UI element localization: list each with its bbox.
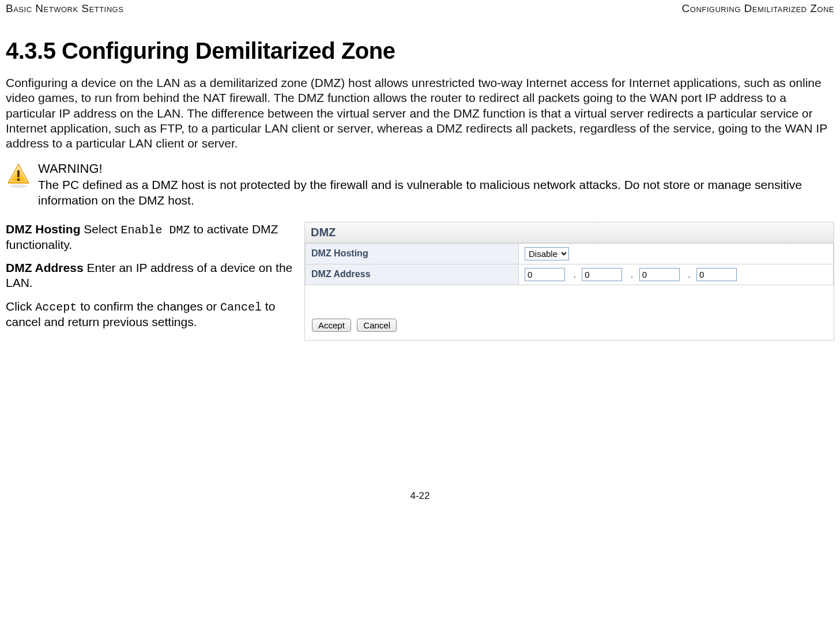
dmz-octet-1[interactable] — [525, 268, 565, 281]
dmz-hosting-select[interactable]: Disable — [525, 247, 569, 260]
svg-rect-1 — [17, 170, 20, 177]
section-heading: 4.3.5 Configuring Demilitarized Zone — [6, 38, 834, 64]
ip-dot: . — [625, 270, 636, 279]
svg-point-0 — [9, 184, 28, 188]
row-dmz-hosting: DMZ Hosting Disable — [306, 243, 834, 264]
header-right: Configuring Demilitarized Zone — [682, 2, 834, 15]
code-enable-dmz: Enable DMZ — [121, 224, 190, 237]
section-title-text: Configuring Demilitarized Zone — [62, 38, 395, 63]
warning-icon — [6, 161, 31, 190]
running-header: Basic Network Settings Configuring Demil… — [6, 0, 834, 21]
cell-dmz-address: . . . — [519, 264, 834, 285]
code-cancel: Cancel — [220, 301, 262, 314]
svg-point-2 — [17, 179, 20, 181]
cancel-button[interactable]: Cancel — [357, 319, 397, 332]
panel-title: DMZ — [305, 222, 834, 243]
accept-button[interactable]: Accept — [312, 319, 351, 332]
dmz-octet-2[interactable] — [582, 268, 622, 281]
warning-text: WARNING! The PC defined as a DMZ host is… — [38, 161, 834, 208]
desc-dmz-hosting-label: DMZ Hosting — [6, 222, 80, 236]
intro-paragraph: Configuring a device on the LAN as a dem… — [6, 75, 834, 151]
desc-dmz-address: DMZ Address Enter an IP address of a dev… — [6, 260, 294, 291]
dmz-panel: DMZ DMZ Hosting Disable DMZ Address . . — [304, 222, 834, 341]
warning-body: The PC defined as a DMZ host is not prot… — [38, 177, 834, 208]
desc-accept-mid: to confirm the changes or — [77, 300, 220, 313]
field-descriptions: DMZ Hosting Select Enable DMZ to activat… — [6, 222, 294, 338]
desc-dmz-hosting-prefix: Select — [80, 222, 120, 236]
dmz-octet-4[interactable] — [696, 268, 737, 281]
label-dmz-address: DMZ Address — [306, 264, 519, 285]
header-left: Basic Network Settings — [6, 2, 123, 15]
panel-button-row: Accept Cancel — [305, 302, 834, 340]
ip-dot: . — [682, 270, 694, 279]
desc-dmz-address-label: DMZ Address — [6, 261, 84, 274]
ip-dot: . — [567, 270, 579, 279]
dmz-octet-3[interactable] — [639, 268, 680, 281]
desc-dmz-hosting: DMZ Hosting Select Enable DMZ to activat… — [6, 222, 294, 252]
row-dmz-address: DMZ Address . . . — [306, 264, 834, 285]
label-dmz-hosting: DMZ Hosting — [306, 243, 519, 264]
code-accept: Accept — [35, 301, 77, 314]
cell-dmz-hosting: Disable — [519, 243, 834, 264]
warning-title: WARNING! — [38, 161, 834, 176]
page-number: 4-22 — [6, 490, 834, 506]
desc-accept-cancel: Click Accept to confirm the changes or C… — [6, 299, 294, 330]
dmz-form-table: DMZ Hosting Disable DMZ Address . . . — [305, 243, 834, 285]
desc-accept-prefix: Click — [6, 300, 35, 313]
warning-callout: WARNING! The PC defined as a DMZ host is… — [6, 161, 834, 208]
section-number: 4.3.5 — [6, 38, 55, 63]
